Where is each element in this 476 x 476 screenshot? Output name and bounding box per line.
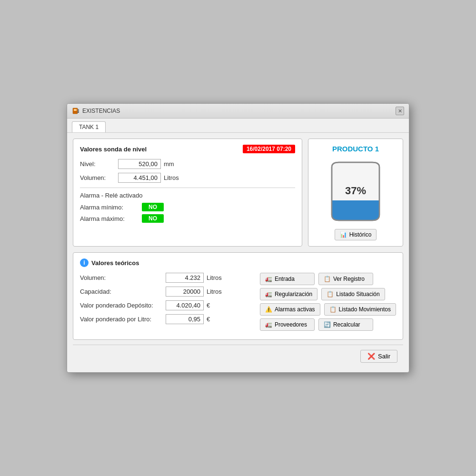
tab-tank1[interactable]: TANK 1 [72, 121, 106, 132]
info-icon: i [80, 258, 89, 267]
ver-registro-icon: 📋 [324, 276, 331, 282]
listado-situacion-icon: 📋 [327, 291, 334, 298]
bottom-field-row-1: Capacidad: 20000 Litros [80, 287, 250, 297]
listado-situacion-button[interactable]: 📋 Listado Situación [321, 288, 385, 300]
alarma-min-row: Alarma mínimo: NO [80, 203, 295, 211]
entrada-button[interactable]: 🚛 Entrada [260, 273, 315, 285]
nivel-label: Nivel: [80, 160, 118, 168]
footer-bar: ❌ Salir [73, 345, 403, 367]
bottom-header: i Valores teóricos [80, 258, 396, 267]
bottom-field-unit-2: € [207, 302, 210, 309]
alarma-max-label: Alarma máximo: [80, 215, 142, 222]
top-section: Valores sonda de nivel 16/02/2017 07:20 … [73, 139, 403, 247]
bottom-field-unit-1: Litros [207, 288, 222, 295]
bottom-field-value-3: 0,95 [166, 314, 204, 324]
alarma-min-badge: NO [142, 203, 164, 211]
datetime-badge: 16/02/2017 07:20 [243, 145, 295, 153]
alarma-max-row: Alarma máximo: NO [80, 214, 295, 223]
tank-visual: 37% [325, 158, 387, 224]
historico-icon: 📊 [340, 231, 347, 238]
btn-row-1: 🚛 Regularización 📋 Listado Situación [260, 288, 396, 300]
tank-percentage: 37% [345, 185, 366, 197]
bottom-field-value-1: 20000 [166, 287, 204, 297]
bottom-content: Volumen: 4.232 Litros Capacidad: 20000 L… [80, 273, 396, 334]
svg-rect-2 [78, 109, 79, 112]
bottom-field-unit-3: € [207, 316, 210, 323]
sensor-title: Valores sonda de nivel [80, 146, 147, 153]
nivel-unit: mm [164, 160, 174, 168]
alarmas-activas-button[interactable]: ⚠️ Alarmas activas [260, 303, 320, 316]
buttons-column: 🚛 Entrada 📋 Ver Registro 🚛 Regularizació… [260, 273, 396, 334]
entrada-label: Entrada [275, 276, 295, 282]
bottom-field-value-0: 4.232 [166, 273, 204, 283]
alarm-section-title: Alarma - Relé activado [80, 192, 295, 199]
bottom-field-label-3: Valor ponderado por Litro: [80, 316, 166, 323]
nivel-value: 520,00 [118, 159, 161, 169]
btn-row-3: 🚛 Proveedores 🔄 Recalcular [260, 318, 396, 331]
proveedores-icon: 🚛 [265, 321, 272, 328]
volumen-unit: Litros [164, 174, 179, 181]
alarma-min-label: Alarma mínimo: [80, 204, 142, 211]
alarmas-activas-icon: ⚠️ [265, 306, 272, 313]
svg-rect-4 [332, 200, 379, 220]
volumen-row: Volumen: 4.451,00 Litros [80, 173, 295, 183]
fields-column: Volumen: 4.232 Litros Capacidad: 20000 L… [80, 273, 250, 334]
main-window: EXISTENCIAS ✕ TANK 1 Valores sonda de ni… [67, 103, 409, 373]
product-title: PRODUCTO 1 [332, 145, 379, 153]
sensor-header: Valores sonda de nivel 16/02/2017 07:20 [80, 145, 295, 153]
title-bar: EXISTENCIAS ✕ [67, 104, 409, 119]
bottom-field-row-2: Valor ponderado Depósito: 4.020,40 € [80, 300, 250, 310]
volumen-label: Volumen: [80, 174, 118, 181]
entrada-icon: 🚛 [265, 276, 272, 282]
proveedores-button[interactable]: 🚛 Proveedores [260, 318, 315, 331]
listado-situacion-label: Listado Situación [336, 291, 379, 298]
regularizacion-icon: 🚛 [265, 291, 272, 298]
bottom-title: Valores teóricos [91, 259, 139, 267]
alarma-max-badge: NO [142, 214, 164, 223]
bottom-field-row-0: Volumen: 4.232 Litros [80, 273, 250, 283]
svg-rect-3 [77, 112, 79, 113]
bottom-field-unit-0: Litros [207, 274, 222, 281]
btn-row-2: ⚠️ Alarmas activas 📋 Listado Movimientos [260, 303, 396, 316]
recalcular-icon: 🔄 [324, 321, 331, 328]
bottom-panel: i Valores teóricos Volumen: 4.232 Litros… [73, 252, 403, 340]
tank-panel: PRODUCTO 1 [308, 139, 403, 247]
salir-button[interactable]: ❌ Salir [360, 350, 397, 363]
nivel-row: Nivel: 520,00 mm [80, 159, 295, 169]
listado-movimientos-icon: 📋 [329, 306, 337, 313]
ver-registro-button[interactable]: 📋 Ver Registro [318, 273, 373, 285]
ver-registro-label: Ver Registro [333, 276, 365, 282]
tab-bar: TANK 1 [67, 119, 409, 133]
bottom-field-label-1: Capacidad: [80, 288, 166, 295]
salir-icon: ❌ [367, 353, 375, 360]
alarmas-activas-label: Alarmas activas [275, 306, 315, 313]
bottom-field-value-2: 4.020,40 [166, 300, 204, 310]
listado-movimientos-label: Listado Movimientos [339, 306, 391, 313]
historico-button[interactable]: 📊 Histórico [335, 229, 377, 240]
separator [80, 188, 295, 188]
regularizacion-button[interactable]: 🚛 Regularización [260, 288, 317, 300]
bottom-field-label-2: Valor ponderado Depósito: [80, 302, 166, 309]
close-button[interactable]: ✕ [396, 107, 404, 115]
historico-label: Histórico [349, 231, 372, 238]
app-icon [72, 107, 79, 115]
recalcular-label: Recalcular [333, 321, 360, 328]
svg-rect-1 [74, 109, 77, 111]
window-title: EXISTENCIAS [82, 108, 120, 114]
listado-movimientos-button[interactable]: 📋 Listado Movimientos [324, 303, 396, 316]
sensor-panel: Valores sonda de nivel 16/02/2017 07:20 … [73, 139, 302, 247]
window-content: Valores sonda de nivel 16/02/2017 07:20 … [67, 133, 409, 372]
salir-label: Salir [378, 353, 390, 360]
recalcular-button[interactable]: 🔄 Recalcular [318, 318, 373, 331]
proveedores-label: Proveedores [275, 321, 307, 328]
regularizacion-label: Regularización [275, 291, 312, 298]
title-bar-left: EXISTENCIAS [72, 107, 120, 115]
bottom-field-row-3: Valor ponderado por Litro: 0,95 € [80, 314, 250, 324]
bottom-field-label-0: Volumen: [80, 274, 166, 281]
volumen-value: 4.451,00 [118, 173, 161, 183]
btn-row-0: 🚛 Entrada 📋 Ver Registro [260, 273, 396, 285]
